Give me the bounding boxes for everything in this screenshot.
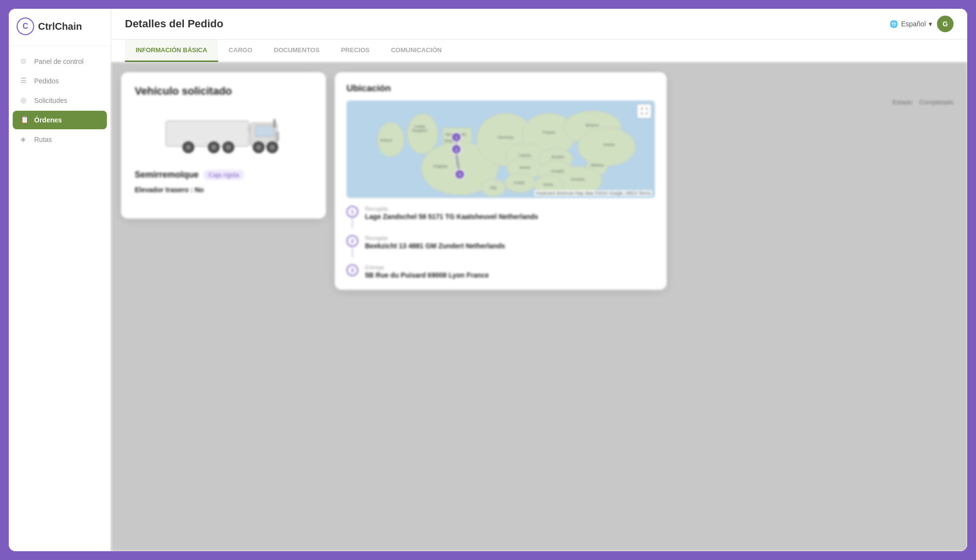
route-stop-3: 3 Entrega 5B Rue du Puisard 69008 Lyon F…: [346, 264, 655, 279]
tab-cargo[interactable]: CARGO: [218, 40, 263, 62]
vehicle-badge: Caja rígida: [203, 170, 244, 180]
requests-icon: ◎: [20, 96, 29, 105]
route-stops: 1 Recogida Lage Zandschel 58 5171 TG Kaa…: [346, 206, 655, 279]
sidebar-item-rutas[interactable]: ◈ Rutas: [13, 130, 107, 149]
sidebar-item-label: Rutas: [34, 136, 52, 143]
user-section: 🌐 Español ▾ G: [890, 16, 954, 32]
map-credit: Keyboard shortcuts Map data ©2024 Google…: [534, 190, 652, 196]
elevator-value: No: [195, 186, 204, 194]
svg-text:Italy: Italy: [490, 186, 497, 190]
flag-icon: 🌐: [890, 20, 898, 28]
stop-address-1: Lage Zandschel 58 5171 TG Kaatsheuvel Ne…: [365, 213, 655, 220]
stop-line-1: [352, 219, 353, 228]
svg-text:Croatia: Croatia: [513, 181, 524, 184]
svg-text:1: 1: [455, 135, 458, 140]
svg-text:Germany: Germany: [498, 135, 514, 140]
route-stop-2: 2 Recogida Beekzicht 13 4881 GM Zundert …: [346, 235, 655, 258]
svg-rect-3: [255, 126, 274, 137]
routes-icon: ◈: [20, 135, 29, 144]
svg-text:3: 3: [459, 172, 461, 177]
page-title: Detalles del Pedido: [125, 18, 224, 30]
sidebar: C CtrlChain ⊙ Panel de control ☰ Pedidos…: [9, 9, 111, 551]
modal-overlay: Vehículo solicitado: [111, 62, 967, 551]
stop-content-1: Recogida Lage Zandschel 58 5171 TG Kaats…: [365, 206, 655, 220]
location-title: Ubicación: [346, 83, 655, 94]
stop-circle-1: 1: [346, 206, 358, 218]
svg-text:Austria: Austria: [520, 166, 530, 169]
svg-text:Kingdom: Kingdom: [412, 128, 428, 133]
tab-info[interactable]: INFORMACIÓN BÁSICA: [125, 40, 218, 62]
tab-communication[interactable]: COMUNICACIÓN: [380, 40, 452, 62]
sidebar-item-label: Pedidos: [34, 77, 59, 85]
location-card: Ubicación: [335, 72, 667, 290]
svg-point-14: [270, 145, 275, 150]
stop-type-2: Recogida: [365, 235, 655, 241]
svg-rect-0: [166, 121, 249, 146]
stop-line-2: [352, 248, 353, 258]
tabs-bar: INFORMACIÓN BÁSICA CARGO DOCUMENTOS PREC…: [111, 40, 967, 62]
svg-rect-15: [273, 119, 276, 128]
svg-point-8: [211, 145, 216, 150]
vehicle-card-title: Vehículo solicitado: [135, 85, 312, 98]
svg-text:France: France: [434, 164, 447, 169]
sidebar-item-ordenes[interactable]: 📋 Órdenes: [13, 111, 107, 129]
tab-prices[interactable]: PRECIOS: [330, 40, 381, 62]
orders-icon: ☰: [20, 77, 29, 85]
chevron-down-icon: ▾: [929, 20, 932, 28]
svg-text:Poland: Poland: [543, 130, 555, 135]
user-avatar[interactable]: G: [937, 16, 954, 32]
sidebar-item-label: Solicitudes: [34, 97, 67, 104]
map-svg: Ireland United Kingdom Netherlands Belgi…: [346, 100, 655, 198]
tab-documents[interactable]: DOCUMENTOS: [263, 40, 330, 62]
svg-text:Serbia: Serbia: [543, 183, 553, 186]
sidebar-item-label: Panel de control: [34, 58, 83, 65]
stop-address-2: Beekzicht 13 4881 GM Zundert Netherlands: [365, 242, 655, 250]
stop-indicator-3: 3: [346, 264, 358, 276]
svg-point-29: [578, 128, 636, 166]
vehicle-name-row: Semirremolque Caja rígida: [135, 170, 312, 180]
svg-text:Slovakia: Slovakia: [551, 155, 564, 159]
stop-type-1: Recogida: [365, 206, 655, 212]
svg-text:Moldova: Moldova: [590, 163, 603, 167]
sidebar-item-pedidos[interactable]: ☰ Pedidos: [13, 72, 107, 90]
logo: C CtrlChain: [9, 9, 111, 46]
svg-text:Ireland: Ireland: [380, 138, 392, 142]
logo-text: CtrlChain: [38, 21, 82, 32]
svg-text:Czechia: Czechia: [519, 154, 531, 157]
svg-point-6: [186, 145, 191, 150]
sidebar-item-solicitudes[interactable]: ◎ Solicitudes: [13, 91, 107, 110]
svg-point-10: [226, 145, 231, 150]
truck-illustration: [135, 107, 312, 161]
route-stop-1: 1 Recogida Lage Zandschel 58 5171 TG Kaa…: [346, 206, 655, 228]
svg-rect-4: [275, 132, 279, 141]
elevator-label: Elevador trasero :: [135, 186, 193, 194]
sidebar-item-label: Órdenes: [34, 116, 62, 124]
clipboard-icon: 📋: [20, 116, 29, 124]
svg-text:Hungary: Hungary: [551, 169, 564, 173]
stop-circle-2: 2: [346, 235, 358, 247]
stop-indicator-1: 1: [346, 206, 358, 228]
map-expand-button[interactable]: ⛶: [637, 104, 651, 118]
sidebar-item-panel[interactable]: ⊙ Panel de control: [13, 52, 107, 71]
vehicle-card: Vehículo solicitado: [121, 72, 326, 219]
map-container: Ireland United Kingdom Netherlands Belgi…: [346, 100, 655, 198]
stop-circle-3: 3: [346, 264, 358, 276]
svg-point-12: [256, 145, 261, 150]
stop-type-3: Entrega: [365, 264, 655, 270]
page-body: Contacto 👤 Jacob Jones CtrlChain CtrlCha…: [111, 62, 967, 551]
sidebar-nav: ⊙ Panel de control ☰ Pedidos ◎ Solicitud…: [9, 46, 111, 155]
svg-text:United: United: [414, 124, 426, 129]
language-selector[interactable]: 🌐 Español ▾: [890, 20, 932, 28]
svg-text:Belarus: Belarus: [586, 123, 599, 127]
modal-container: Vehículo solicitado: [111, 62, 967, 300]
top-bar: Detalles del Pedido 🌐 Español ▾ G: [111, 9, 967, 40]
vehicle-elevator-detail: Elevador trasero : No: [135, 186, 312, 194]
stop-indicator-2: 2: [346, 235, 358, 258]
stop-address-3: 5B Rue du Puisard 69008 Lyon France: [365, 271, 655, 279]
dashboard-icon: ⊙: [20, 57, 29, 66]
svg-point-18: [407, 114, 438, 154]
svg-text:Romania: Romania: [571, 178, 585, 181]
logo-icon: C: [17, 18, 34, 35]
stop-content-2: Recogida Beekzicht 13 4881 GM Zundert Ne…: [365, 235, 655, 250]
svg-text:2: 2: [455, 147, 458, 152]
